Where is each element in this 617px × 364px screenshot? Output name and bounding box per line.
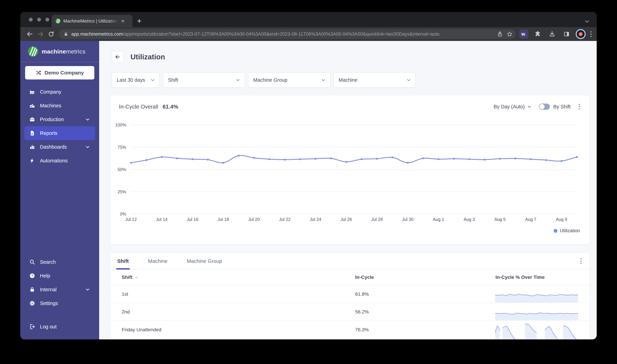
machine-icon (29, 103, 35, 109)
chart-legend: Utilization (554, 228, 580, 234)
sidebar-item-label: Company (40, 89, 61, 95)
bookmark-star-button[interactable] (507, 31, 513, 37)
date-range-dropdown[interactable]: Last 30 days (112, 72, 160, 88)
share-button[interactable] (497, 31, 503, 37)
by-shift-toggle[interactable] (539, 104, 550, 110)
lock-icon (63, 31, 68, 37)
close-tab-button[interactable]: × (121, 18, 124, 24)
w-extension-icon[interactable]: w. (519, 29, 528, 39)
sidebar-item-label: Machines (40, 103, 61, 109)
utilization-chart: 0%25%50%75%100%Jul 12Jul 14Jul 16Jul 18J… (110, 118, 590, 230)
sidebar-item-label: Dashboards (40, 144, 67, 150)
sidebar-item-label: Log out (40, 324, 57, 330)
chart-title: In-Cycle Overall (119, 104, 158, 110)
sidebar-item-reports[interactable]: Reports (25, 126, 95, 140)
in-cycle-value: 56.2% (355, 309, 369, 315)
chevron-down-icon (235, 78, 241, 83)
sparkline-chart (495, 308, 578, 320)
close-window-button[interactable] (29, 18, 33, 22)
factory-icon (29, 89, 35, 95)
shift-name: 1st (122, 291, 128, 297)
table-row[interactable]: 2nd 56.2% (110, 303, 590, 321)
reload-button[interactable] (46, 29, 56, 39)
tab-shift[interactable]: Shift (117, 253, 129, 269)
table-row[interactable]: Friday Unattended 76.3% (110, 321, 590, 338)
sidebar-item-help[interactable]: ? Help (25, 269, 95, 283)
company-switcher-button[interactable]: Demo Company (25, 66, 94, 79)
sidebar-item-internal[interactable]: Internal (25, 283, 95, 296)
svg-text:Jul 28: Jul 28 (371, 217, 383, 222)
brand-text: machinemetrics (42, 48, 86, 55)
svg-text:Jul 18: Jul 18 (218, 217, 229, 222)
bar-chart-icon (29, 144, 35, 150)
address-bar[interactable]: app.machinemetrics.com/app/reports/utili… (59, 29, 516, 39)
svg-text:Jul 22: Jul 22 (279, 217, 291, 222)
browser-menu-icon[interactable] (590, 30, 592, 38)
tab-title: MachineMetrics | Utilization Re (63, 18, 119, 24)
chevron-down-icon (85, 144, 90, 149)
sidebar-item-production[interactable]: Production (25, 113, 95, 126)
forward-button[interactable] (35, 29, 46, 39)
page-back-button[interactable] (112, 51, 124, 63)
chevron-down-icon (85, 117, 90, 122)
sparkline-chart (495, 291, 578, 303)
lock-icon (29, 286, 35, 292)
chevron-down-icon (150, 78, 155, 83)
svg-text:Aug 5: Aug 5 (495, 217, 506, 222)
utilization-chart-card: In-Cycle Overall 61.4% By Day (Auto) By … (110, 95, 590, 244)
machine-group-filter-dropdown[interactable]: Machine Group (248, 72, 330, 88)
sidebar-item-settings[interactable]: Settings (25, 296, 95, 310)
sidebar-divider (20, 62, 99, 62)
column-header-shift[interactable]: Shift (122, 274, 139, 280)
downloads-icon[interactable] (547, 29, 557, 39)
column-header-in-cycle[interactable]: In-Cycle (355, 274, 374, 280)
sidebar-nav: Company Machines Production Reports (20, 83, 99, 168)
shift-name: 2nd (122, 309, 130, 315)
filters-row: Last 30 days Shift Machine Group Machine (112, 72, 416, 88)
column-header-in-cycle-over-time[interactable]: In-Cycle % Over Time (496, 274, 545, 280)
window-controls[interactable] (29, 18, 49, 22)
shift-filter-dropdown[interactable]: Shift (163, 72, 245, 88)
table-row[interactable]: 1st 61.8% (110, 285, 590, 303)
svg-text:Aug 1: Aug 1 (433, 217, 444, 222)
sort-chevron-icon (134, 275, 139, 279)
help-icon: ? (29, 273, 35, 279)
sidebar-item-logout[interactable]: Log out (25, 320, 95, 334)
browser-tab[interactable]: MachineMetrics | Utilization Re × (52, 15, 133, 27)
svg-text:Jul 16: Jul 16 (187, 217, 198, 222)
sidebar-item-machines[interactable]: Machines (25, 99, 95, 113)
tab-search-chevron-icon[interactable] (584, 18, 590, 25)
machine-filter-dropdown[interactable]: Machine (334, 72, 416, 88)
chevron-down-icon (321, 78, 326, 83)
svg-text:Jul 30: Jul 30 (402, 217, 414, 222)
sidebar-item-dashboards[interactable]: Dashboards (25, 140, 95, 154)
svg-text:Aug 3: Aug 3 (464, 217, 475, 222)
report-document-icon (29, 130, 35, 136)
sparkline-chart (495, 323, 578, 339)
interval-selector[interactable]: By Day (Auto) (494, 104, 532, 110)
back-button[interactable] (25, 29, 35, 39)
zoom-window-button[interactable] (45, 18, 49, 22)
svg-text:?: ? (31, 274, 33, 277)
sidebar-item-company[interactable]: Company (25, 85, 95, 99)
production-box-icon (29, 117, 35, 122)
minimize-window-button[interactable] (37, 18, 41, 22)
extensions-puzzle-icon[interactable] (532, 29, 543, 39)
gear-icon (29, 300, 35, 306)
sidebar-item-label: Settings (40, 300, 58, 306)
url-domain: app.machinemetrics.com (71, 31, 123, 37)
company-switcher-label: Demo Company (45, 70, 84, 76)
svg-text:Aug 9: Aug 9 (556, 217, 567, 222)
sidebar-item-search[interactable]: Search (25, 255, 95, 269)
table-menu-icon[interactable] (579, 257, 583, 265)
sidebar-item-automations[interactable]: Automations (25, 154, 95, 168)
tab-machine-group[interactable]: Machine Group (187, 253, 222, 269)
side-panel-icon[interactable] (561, 29, 572, 39)
browser-profile-avatar[interactable] (576, 29, 586, 39)
sidebar-item-label: Search (40, 259, 56, 265)
chart-menu-icon[interactable] (578, 103, 581, 110)
tab-machine[interactable]: Machine (148, 253, 168, 269)
svg-text:Jul 14: Jul 14 (156, 217, 168, 222)
svg-text:50%: 50% (118, 167, 126, 172)
new-tab-button[interactable]: + (137, 17, 142, 25)
